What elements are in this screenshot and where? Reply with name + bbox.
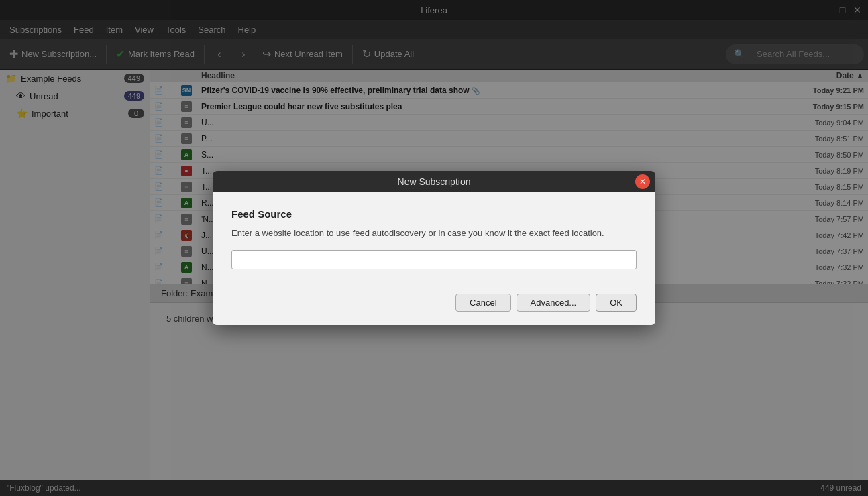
modal-title: New Subscription	[398, 176, 471, 187]
modal-description: Enter a website location to use feed aut…	[231, 227, 637, 240]
ok-button[interactable]: OK	[596, 294, 637, 312]
modal-overlay: New Subscription ✕ Feed Source Enter a w…	[0, 0, 868, 496]
modal-footer: Cancel Advanced... OK	[213, 286, 655, 325]
cancel-button[interactable]: Cancel	[455, 294, 510, 312]
modal-close-button[interactable]: ✕	[635, 174, 650, 189]
modal-section-title: Feed Source	[231, 208, 637, 220]
new-subscription-dialog: New Subscription ✕ Feed Source Enter a w…	[213, 171, 655, 326]
feed-url-input[interactable]	[231, 250, 637, 269]
modal-header: New Subscription ✕	[213, 171, 655, 192]
advanced-button[interactable]: Advanced...	[517, 294, 591, 312]
modal-body: Feed Source Enter a website location to …	[213, 192, 655, 286]
